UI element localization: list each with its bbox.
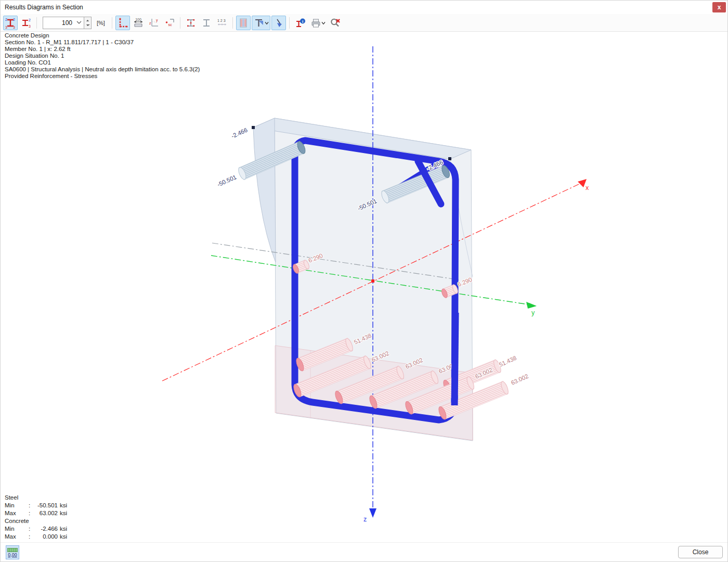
- legend-label: Max: [5, 509, 29, 517]
- scale-diagram-button[interactable]: 100: [131, 16, 146, 30]
- section-info-icon: i: [294, 17, 306, 29]
- svg-text:3: 3: [13, 25, 15, 29]
- close-button[interactable]: Close: [678, 546, 723, 558]
- corner-results-button[interactable]: [115, 16, 130, 30]
- legend-row: Min:-50.501ksi: [5, 502, 67, 509]
- stress-legend: Steel Min:-50.501ksi Max:63.002ksi Concr…: [5, 494, 67, 541]
- svg-text:100: 100: [135, 17, 141, 21]
- legend-value: -50.501: [33, 502, 58, 509]
- info-line: Section No. 1 - R_M1 11.811/17.717 | 1 -…: [5, 39, 200, 46]
- numbering-button[interactable]: 1 2 3: [215, 16, 229, 30]
- stress-label-out-bottom: 63.002: [510, 373, 529, 386]
- section-axes-button[interactable]: y z: [147, 16, 161, 30]
- legend-row: Min:-2.466ksi: [5, 525, 67, 533]
- section-yz-axes-icon: y z: [148, 17, 160, 29]
- svg-text:2: 2: [13, 18, 15, 21]
- legend-row: Max:63.002ksi: [5, 509, 67, 517]
- ruler-icon: [7, 548, 18, 552]
- legend-value: 63.002: [33, 509, 58, 517]
- legend-steel-header: Steel: [5, 494, 67, 502]
- svg-text:2: 2: [5, 18, 7, 21]
- toolbar: 2 2 3 3 2 3 100 [%]: [1, 14, 727, 32]
- legend-label: Min: [5, 502, 29, 509]
- result-arrows-button[interactable]: [271, 16, 286, 30]
- svg-text:sc: sc: [168, 23, 172, 27]
- stress-points-single-button[interactable]: 2 3: [19, 16, 33, 30]
- svg-text:3: 3: [29, 24, 31, 28]
- toolbar-separator: [112, 17, 112, 29]
- legend-label: Max: [5, 533, 29, 541]
- stirrup-right-leg: [454, 313, 456, 405]
- print-button[interactable]: [308, 16, 327, 30]
- legend-row: Max:0.000ksi: [5, 533, 67, 541]
- axis-y-arrow: [526, 302, 537, 309]
- ibeam-outline-icon: [201, 17, 212, 29]
- hatched-section-icon: [238, 17, 249, 29]
- legend-value: 0.000: [33, 533, 58, 541]
- design-info-block: Concrete Design Section No. 1 - R_M1 11.…: [5, 32, 200, 80]
- title-bar: Results Diagrams in Section x: [1, 1, 727, 15]
- svg-text:y: y: [156, 18, 158, 22]
- hatching-button[interactable]: [236, 16, 251, 30]
- scale-spinner[interactable]: [84, 17, 92, 29]
- legend-unit: ksi: [60, 526, 67, 532]
- svg-text:z: z: [149, 21, 151, 25]
- legend-label: Min: [5, 525, 29, 533]
- stress-node-marker-left: [252, 126, 255, 129]
- footer-bar: 0,00 Close: [1, 542, 727, 561]
- svg-text:3: 3: [5, 25, 7, 29]
- window-title: Results Diagrams in Section: [5, 4, 83, 11]
- stress-section-all-icon: 2 2 3 3: [5, 17, 16, 29]
- ibeam-stress-points-icon: [185, 17, 197, 29]
- corner-l-icon: [117, 17, 128, 29]
- section-outline-button[interactable]: [199, 16, 214, 30]
- cancel-zoom-button[interactable]: [328, 16, 343, 30]
- stress-diagram-icon: [253, 17, 269, 29]
- shear-center-button[interactable]: sc: [162, 16, 177, 30]
- percent-label: [%]: [97, 20, 105, 26]
- stress-label-concrete-left: -2.466: [230, 127, 249, 139]
- legend-unit: ksi: [60, 510, 67, 516]
- section-info-button[interactable]: i: [293, 16, 307, 30]
- printer-icon: [310, 17, 326, 29]
- decimal-places-button[interactable]: 0,00: [6, 545, 19, 559]
- beam-dimension-icon: 100: [133, 17, 144, 29]
- svg-text:1 2 3: 1 2 3: [217, 19, 226, 22]
- results-3d-view[interactable]: 63.002 -2.466 -2.466 -50.501 -50.501 6.2…: [1, 1, 728, 562]
- info-line: Loading No. CO1: [5, 59, 200, 66]
- svg-text:i: i: [302, 19, 303, 23]
- spinner-arrows-icon: [85, 18, 90, 28]
- stress-section-single-icon: 2 3: [20, 17, 32, 29]
- info-line: Provided Reinforcement - Stresses: [5, 73, 200, 80]
- legend-unit: ksi: [60, 502, 67, 508]
- legend-unit: ksi: [60, 533, 67, 540]
- scale-dropdown[interactable]: 100: [43, 17, 84, 29]
- stress-points-display-button[interactable]: [184, 16, 198, 30]
- axis-y-label: y: [531, 309, 535, 316]
- chevron-down-icon: [76, 21, 82, 24]
- info-line: Member No. 1 | x: 2.62 ft: [5, 46, 200, 53]
- svg-text:2: 2: [29, 18, 31, 22]
- window-close-button[interactable]: x: [712, 2, 726, 12]
- toolbar-separator: [36, 17, 37, 29]
- axis-z-arrow: [369, 508, 376, 518]
- stress-points-all-button[interactable]: 2 2 3 3: [3, 16, 18, 30]
- stress-label-layer2-right: 51.438: [498, 355, 517, 368]
- stress-block-left-face: [253, 118, 276, 262]
- scale-value: 100: [62, 19, 72, 27]
- toolbar-separator: [180, 17, 180, 29]
- stress-node-marker-right: [448, 157, 451, 160]
- axis-z-label: z: [363, 516, 367, 523]
- toolbar-separator: [289, 17, 290, 29]
- zoom-cancel-icon: [330, 17, 341, 29]
- section-center-point: [371, 279, 374, 283]
- legend-concrete-header: Concrete: [5, 517, 67, 525]
- stress-label-steel-top-left: -50.501: [216, 174, 238, 188]
- shear-center-icon: sc: [164, 17, 175, 29]
- axis-x-label: x: [586, 184, 589, 191]
- diagram-type-button[interactable]: [252, 16, 270, 30]
- toolbar-separator: [232, 17, 233, 29]
- info-line: SA0600 | Structural Analysis | Neutral a…: [5, 66, 200, 73]
- decimal-places-value: 0,00: [8, 553, 17, 557]
- info-line: Design Situation No. 1: [5, 53, 200, 59]
